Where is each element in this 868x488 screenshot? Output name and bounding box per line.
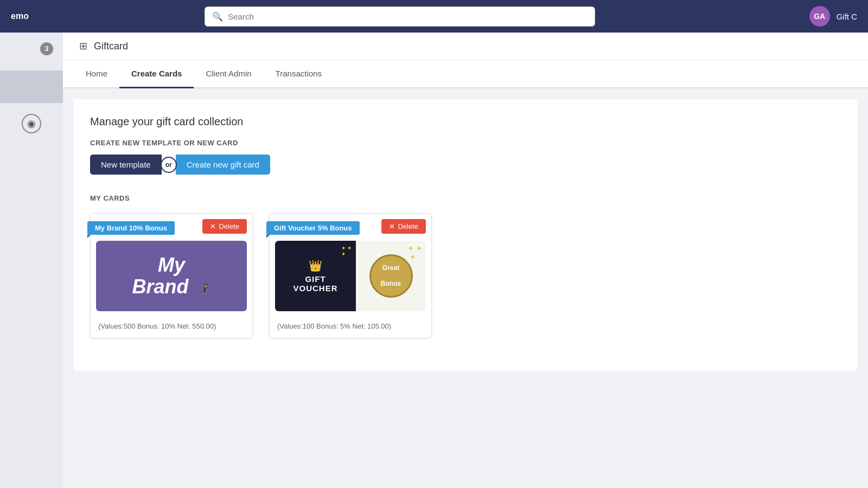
page-header: ⊞ Giftcard [63, 33, 868, 60]
card-badge-1: My Brand 10% Bonus [87, 221, 175, 235]
card-values-1: (Values:500 Bonus: 10% Net: 550.00) [91, 317, 252, 338]
voucher-circle: Great Bonus [369, 254, 413, 298]
new-template-button[interactable]: New template [90, 155, 162, 175]
create-new-gift-card-button[interactable]: Create new gift card [176, 155, 270, 175]
nav-app-label: Gift C [837, 12, 857, 21]
search-input[interactable] [205, 7, 595, 27]
page-title: Giftcard [94, 41, 128, 52]
layout: 3 + ◉ ⊞ Giftcard Home Create Cards [0, 33, 868, 488]
my-cards-label: MY CARDS [90, 194, 841, 202]
search-bar-container: 🔍 [205, 7, 595, 27]
tabs-bar: Home Create Cards Client Admin Transacti… [63, 60, 868, 88]
voucher-card-visual: 👑 GIFT VOUCHER ✦ ✦✦ Great Bonus ✦ ✦ [275, 241, 426, 311]
sidebar: 3 + ◉ [0, 33, 63, 488]
mannequin-icon: 🕴 [196, 282, 211, 296]
card-image-1: My Brand 🕴 [96, 241, 247, 311]
tab-home[interactable]: Home [74, 60, 119, 88]
content-panel: Manage your gift card collection CREATE … [74, 99, 857, 370]
sidebar-active-indicator [0, 70, 63, 103]
voucher-right-panel: Great Bonus ✦ ✦ ✦ [356, 241, 426, 311]
giftcard-grid-icon: ⊞ [79, 40, 87, 52]
sidebar-view-icon[interactable]: ◉ [22, 114, 41, 133]
sparkle-dots: ✦ ✦✦ [341, 245, 352, 257]
brand-label: emo [11, 11, 43, 21]
create-buttons: New template or Create new gift card [90, 155, 841, 175]
sparkle-icon: ✦ ✦ ✦ [407, 244, 423, 261]
create-label: CREATE NEW TEMPLATE OR NEW CARD [90, 139, 841, 147]
or-divider: or [161, 157, 177, 173]
gift-card-item: Gift Voucher 5% Bonus ✕ Delete 👑 GIFT VO… [269, 213, 432, 338]
card-values-2: (Values:100 Bonus: 5% Net: 105.00) [270, 317, 431, 338]
voucher-text: GIFT [305, 274, 326, 284]
gift-card-item: My Brand 10% Bonus ✕ Delete My Brand 🕴 [90, 213, 253, 338]
tab-client-admin[interactable]: Client Admin [194, 60, 263, 88]
card-badge-2: Gift Voucher 5% Bonus [266, 221, 360, 235]
card-image-2: 👑 GIFT VOUCHER ✦ ✦✦ Great Bonus ✦ ✦ [275, 241, 426, 311]
delete-x-icon: ✕ [389, 222, 395, 230]
crown-icon: 👑 [309, 259, 322, 272]
nav-right: GA Gift C [809, 6, 857, 27]
tab-transactions[interactable]: Transactions [264, 60, 334, 88]
search-icon: 🔍 [212, 11, 223, 22]
avatar: GA [809, 6, 830, 27]
delete-x-icon: ✕ [210, 222, 216, 230]
top-navbar: emo 🔍 GA Gift C [0, 0, 868, 33]
delete-card-2-button[interactable]: ✕ Delete [381, 219, 426, 234]
section-title: Manage your gift card collection [90, 115, 841, 128]
sidebar-badge: 3 [40, 42, 53, 55]
eye-icon: ◉ [27, 118, 36, 130]
main-content: ⊞ Giftcard Home Create Cards Client Admi… [63, 33, 868, 488]
voucher-text-2: VOUCHER [293, 284, 337, 293]
cards-grid: My Brand 10% Bonus ✕ Delete My Brand 🕴 [90, 213, 841, 338]
tab-create-cards[interactable]: Create Cards [119, 60, 194, 88]
brand-card-visual: My Brand 🕴 [96, 241, 247, 311]
delete-card-1-button[interactable]: ✕ Delete [202, 219, 247, 234]
brand-text: My Brand 🕴 [132, 254, 210, 297]
voucher-left-panel: 👑 GIFT VOUCHER ✦ ✦✦ [275, 241, 356, 311]
